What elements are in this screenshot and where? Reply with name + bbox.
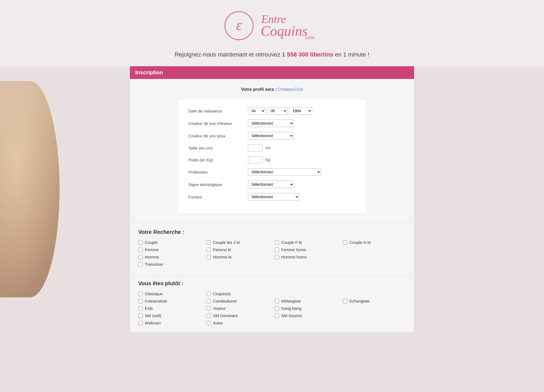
label-couple: Couple [145, 240, 158, 245]
checkbox-autre[interactable] [207, 321, 211, 325]
checkbox-sm-soumis[interactable] [275, 314, 279, 318]
search-section: Votre Recherche : Couple Couple les 2 bi… [130, 222, 414, 276]
form-inner: Date de naissance 04 01020305 06 010203 … [177, 99, 367, 214]
weight-label: Poids (en Kg) [188, 158, 248, 162]
eyes-select[interactable]: Sélectionnez BleuVertMarron [248, 132, 294, 139]
checkbox-femme-bi[interactable] [207, 248, 211, 252]
eyes-row: Couleur de vos yeux Sélectionnez BleuVer… [188, 132, 356, 139]
label-sm-dominant: SM Dominant [213, 313, 238, 318]
checkbox-couple-fbi[interactable] [275, 240, 279, 245]
vous-checkbox-grid: Classique Coquin(e) Coteacotiste Candaul… [138, 291, 406, 325]
hair-select[interactable]: Sélectionnez BrunBlondRouxChâtain [248, 119, 294, 127]
label-webcam: Webcam [145, 321, 161, 325]
checkbox-couple-2bi[interactable] [207, 240, 211, 245]
eyes-controls: Sélectionnez BleuVertMarron [248, 132, 294, 139]
tagline-after: en 1 minute ! [333, 51, 369, 58]
sign-select[interactable]: Sélectionnez BélierTaureauGémeaux [248, 181, 294, 188]
smoker-select[interactable]: Sélectionnez OuiNon [248, 193, 299, 201]
label-coquin: Coquin(e) [213, 291, 231, 296]
vous-empty-2 [343, 291, 406, 296]
height-input[interactable] [248, 144, 263, 151]
checkbox-sm-dominant[interactable] [207, 314, 211, 318]
checkbox-voyeur[interactable] [207, 306, 211, 311]
label-couple-fbi: Couple F bi [281, 240, 302, 245]
vous-sm-dominant: SM Dominant [207, 313, 269, 318]
logo: ε Entre Coquins .com [221, 8, 323, 44]
search-homme-homo: Homme homo [275, 255, 337, 259]
svg-text:Coquins: Coquins [261, 23, 307, 39]
label-candaulisme: Candaulisme [213, 299, 237, 303]
search-empty-4 [275, 262, 337, 267]
checkbox-sm-soft[interactable] [138, 314, 143, 318]
form-container: Votre profil sera : ChateauClub Date de … [130, 79, 414, 222]
search-homme-bi: Homme bi [207, 255, 269, 259]
checkbox-webcam[interactable] [138, 321, 143, 325]
checkbox-homme[interactable] [138, 255, 143, 259]
checkbox-exib[interactable] [138, 306, 143, 311]
profession-label: Profession [188, 170, 248, 174]
checkbox-candaulisme[interactable] [207, 299, 211, 303]
search-checkbox-grid: Couple Couple les 2 bi Couple F bi Coupl… [138, 240, 406, 267]
label-exib: Exib [145, 306, 153, 311]
checkbox-melangiste[interactable] [275, 299, 279, 303]
vous-section: Vous êtes plutôt : Classique Coquin(e) C… [130, 276, 414, 332]
label-melangiste: Mélangiste [281, 299, 301, 303]
checkbox-couple[interactable] [138, 240, 143, 245]
weight-row: Poids (en Kg) Kg [188, 156, 356, 163]
svg-text:.com: .com [304, 35, 314, 40]
label-sm-soft: SM (soft) [145, 313, 161, 318]
date-row: Date de naissance 04 01020305 06 010203 … [188, 107, 356, 115]
weight-controls: Kg [248, 156, 270, 163]
label-couple-2bi: Couple les 2 bi [213, 240, 240, 245]
checkbox-coquin[interactable] [207, 292, 211, 296]
tagline-before: Rejoignez-nous maintenant et retrouvez [175, 51, 282, 58]
search-trans: Trans/trav [138, 262, 201, 267]
vous-empty-3 [343, 306, 406, 311]
tagline: Rejoignez-nous maintenant et retrouvez 1… [0, 48, 544, 61]
logo-svg: ε Entre Coquins .com [221, 8, 323, 43]
eyes-label: Couleur de vos yeux [188, 134, 248, 138]
checkbox-classique[interactable] [138, 292, 143, 296]
svg-text:ε: ε [236, 17, 242, 33]
label-echangiste: Echangiste [349, 299, 369, 303]
checkbox-homme-homo[interactable] [275, 255, 279, 259]
smoker-label: Fumeur [188, 195, 248, 199]
checkbox-femme-homo[interactable] [275, 248, 279, 252]
checkbox-gangbang[interactable] [275, 306, 279, 311]
date-day-select[interactable]: 04 01020305 [248, 107, 266, 115]
search-empty-1 [343, 247, 406, 252]
label-classique: Classique [145, 291, 163, 296]
checkbox-couple-hbi[interactable] [343, 240, 347, 245]
vous-candaulisme: Candaulisme [207, 299, 269, 303]
sign-controls: Sélectionnez BélierTaureauGémeaux [248, 181, 294, 188]
search-couple-fbi: Couple F bi [275, 240, 337, 245]
checkbox-femme[interactable] [138, 248, 143, 252]
sign-row: Signe astrologique Sélectionnez BélierTa… [188, 181, 356, 188]
search-couple-hbi: Couple H bi [343, 240, 406, 245]
background-decoration [0, 81, 60, 297]
profession-select[interactable]: Sélectionnez EmployéCadreArtisan [248, 168, 321, 176]
search-title: Votre Recherche : [138, 229, 406, 235]
checkbox-echangiste[interactable] [343, 299, 347, 303]
vous-coquin: Coquin(e) [207, 291, 269, 296]
profile-value: ChateauClub [278, 87, 303, 92]
hair-controls: Sélectionnez BrunBlondRouxChâtain [248, 119, 294, 127]
profile-line: Votre profil sera : ChateauClub [141, 87, 403, 92]
search-empty-3 [207, 262, 269, 267]
search-femme-homo: Femme homo [275, 247, 337, 252]
date-month-select[interactable]: 06 010203 [267, 107, 287, 115]
checkbox-homme-bi[interactable] [207, 255, 211, 259]
hair-row: Couleur de vos cheveux Sélectionnez Brun… [188, 119, 356, 127]
smoker-row: Fumeur Sélectionnez OuiNon [188, 193, 356, 201]
inscription-banner: Inscription [130, 66, 414, 79]
label-voyeur: Voyeur [213, 306, 226, 311]
vous-echangiste: Echangiste [343, 299, 406, 303]
label-couple-hbi: Couple H bi [349, 240, 371, 245]
vous-empty-5 [275, 321, 337, 325]
checkbox-trans[interactable] [138, 262, 143, 267]
checkbox-coteacotiste[interactable] [138, 299, 143, 303]
search-couple-2bi: Couple les 2 bi [207, 240, 269, 245]
label-femme-bi: Femme bi [213, 247, 231, 252]
weight-input[interactable] [248, 156, 263, 163]
date-year-select[interactable]: 1984 198019851990 [289, 107, 312, 115]
